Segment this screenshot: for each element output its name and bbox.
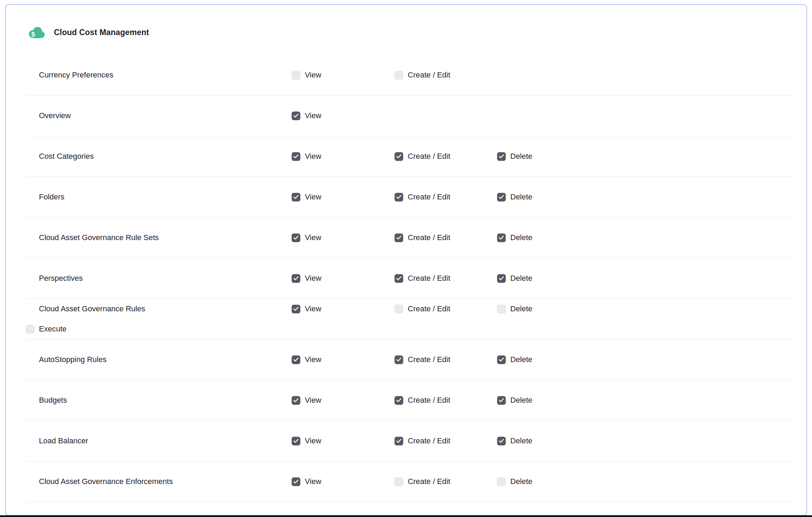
permission-option: Delete (497, 152, 599, 161)
checkbox-checked[interactable] (395, 437, 403, 445)
permission-option: Create / Edit (395, 477, 497, 486)
permission-row-label: Folders (26, 192, 292, 202)
checkbox-label: View (305, 304, 321, 313)
permission-row-label: Overview (26, 111, 292, 120)
checkbox-checked[interactable] (497, 233, 506, 242)
permission-option: Create / Edit (395, 274, 497, 283)
permission-option: View (292, 304, 395, 313)
checkbox-label: Create / Edit (408, 152, 450, 161)
checkbox-unchecked[interactable] (292, 71, 300, 80)
checkbox-checked[interactable] (497, 274, 506, 283)
checkbox-checked[interactable] (497, 396, 506, 405)
checkbox-label: Delete (510, 152, 533, 161)
permission-row: Cloud Asset Governance Enforcements View… (26, 461, 792, 502)
permission-option: View (292, 111, 395, 120)
svg-text:$: $ (31, 31, 35, 38)
permission-option: View (292, 71, 395, 80)
permission-row-label: Currency Preferences (26, 71, 292, 80)
permission-option: Delete (497, 274, 599, 283)
permission-row: Cost Categories View Create / Edit Delet… (26, 136, 792, 177)
permission-option: Delete (497, 355, 599, 364)
checkbox-unchecked[interactable] (497, 305, 506, 313)
checkbox-label: View (305, 111, 321, 120)
permission-option: Delete (497, 304, 599, 313)
permission-option: Create / Edit (395, 152, 497, 161)
permissions-list: Currency Preferences View Create / Edit … (26, 55, 792, 502)
checkbox-checked[interactable] (292, 193, 300, 202)
permission-option: Execute (26, 325, 292, 334)
checkbox-checked[interactable] (292, 152, 300, 161)
checkbox-checked[interactable] (497, 355, 506, 364)
permission-option: View (292, 274, 395, 283)
checkbox-checked[interactable] (395, 274, 403, 283)
checkbox-checked[interactable] (395, 233, 403, 242)
permission-option: Create / Edit (395, 304, 497, 313)
permission-option: View (292, 436, 395, 445)
checkbox-checked[interactable] (395, 355, 403, 364)
checkbox-checked[interactable] (497, 437, 506, 445)
checkbox-label: Create / Edit (408, 274, 450, 283)
checkbox-label: View (305, 71, 321, 80)
permission-option: Create / Edit (395, 355, 497, 364)
checkbox-label: Delete (510, 436, 533, 445)
checkbox-checked[interactable] (292, 396, 300, 405)
permission-row-label: AutoStopping Rules (26, 355, 292, 364)
checkbox-label: View (305, 233, 321, 242)
checkbox-checked[interactable] (497, 193, 506, 202)
checkbox-label: View (305, 436, 321, 445)
permission-row: Cloud Asset Governance Rules View Create… (26, 299, 792, 339)
checkbox-label: Create / Edit (408, 304, 450, 313)
checkbox-unchecked[interactable] (26, 325, 34, 334)
checkbox-label: Delete (510, 304, 533, 313)
permission-row: Perspectives View Create / Edit Delete (26, 258, 792, 299)
checkbox-label: Create / Edit (408, 396, 450, 405)
checkbox-unchecked[interactable] (395, 477, 403, 486)
permission-option: Delete (497, 477, 599, 486)
checkbox-label: View (305, 477, 321, 486)
checkbox-label: Create / Edit (408, 355, 450, 364)
permission-option: Delete (497, 436, 599, 445)
checkbox-label: Create / Edit (408, 233, 450, 242)
permission-row-label: Budgets (26, 396, 292, 405)
cloud-dollar-icon: $ (27, 25, 45, 40)
checkbox-label: View (305, 396, 321, 405)
checkbox-checked[interactable] (292, 305, 300, 313)
permission-option: View (292, 477, 395, 486)
permission-row: Budgets View Create / Edit Delete (26, 380, 792, 421)
page-title: Cloud Cost Management (54, 28, 149, 37)
checkbox-label: View (305, 192, 321, 202)
permission-option: View (292, 152, 395, 161)
checkbox-checked[interactable] (395, 396, 403, 405)
checkbox-checked[interactable] (292, 233, 300, 242)
checkbox-unchecked[interactable] (395, 71, 403, 80)
permission-option: Create / Edit (395, 436, 497, 445)
permission-option: View (292, 233, 395, 242)
checkbox-checked[interactable] (395, 193, 403, 202)
checkbox-checked[interactable] (292, 274, 300, 283)
permission-row-label: Perspectives (26, 274, 292, 283)
permission-row-label: Cost Categories (26, 152, 292, 161)
permission-row: AutoStopping Rules View Create / Edit De… (26, 339, 792, 380)
checkbox-label: Delete (510, 355, 533, 364)
checkbox-unchecked[interactable] (497, 477, 506, 486)
permission-option: View (292, 192, 395, 202)
checkbox-checked[interactable] (292, 112, 300, 120)
permission-option: View (292, 396, 395, 405)
checkbox-checked[interactable] (292, 355, 300, 364)
checkbox-checked[interactable] (292, 437, 300, 445)
permission-row: Cloud Asset Governance Rule Sets View Cr… (26, 218, 792, 258)
checkbox-label: View (305, 355, 321, 364)
bottom-edge-bar (0, 515, 812, 517)
checkbox-checked[interactable] (395, 152, 403, 161)
permission-row: Currency Preferences View Create / Edit (26, 55, 792, 96)
permission-option: Delete (497, 233, 599, 242)
permission-option: Delete (497, 192, 599, 202)
permission-option: Create / Edit (395, 192, 497, 202)
checkbox-checked[interactable] (292, 477, 300, 486)
checkbox-label: View (305, 152, 321, 161)
checkbox-checked[interactable] (497, 152, 506, 161)
checkbox-unchecked[interactable] (395, 305, 403, 313)
checkbox-label: Delete (510, 192, 533, 202)
permission-row-label: Cloud Asset Governance Enforcements (26, 477, 292, 486)
card-header: $ Cloud Cost Management (27, 24, 806, 41)
